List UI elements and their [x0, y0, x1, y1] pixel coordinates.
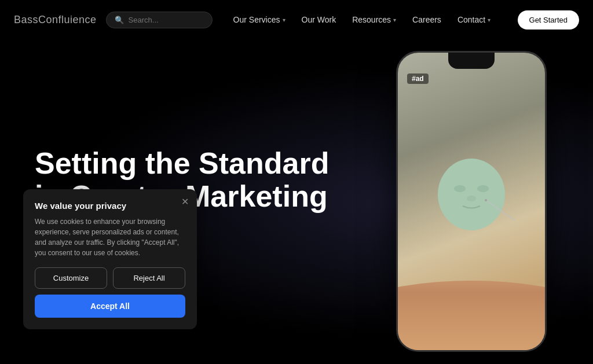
clay-face-image: [425, 157, 518, 238]
phone-mockup: #ad: [396, 51, 547, 352]
hero-section: Setting the Standard in Creator Marketin…: [0, 39, 593, 364]
contact-chevron-icon: ▾: [488, 17, 490, 23]
cookie-body-text: We use cookies to enhance your browsing …: [35, 216, 185, 258]
cookie-consent-modal: ✕ We value your privacy We use cookies t…: [23, 189, 197, 329]
svg-point-5: [485, 199, 487, 201]
nav-item-ourwork[interactable]: Our Work: [295, 10, 343, 29]
cookie-title: We value your privacy: [35, 201, 185, 211]
nav-item-contact[interactable]: Contact ▾: [451, 10, 497, 29]
accept-all-button[interactable]: Accept All: [35, 295, 185, 318]
reject-all-button[interactable]: Reject All: [113, 267, 185, 289]
customize-button[interactable]: Customize: [35, 267, 107, 289]
svg-point-3: [467, 196, 476, 201]
phone-hand: [398, 234, 545, 350]
navbar: BassConfluience 🔍 Our Services ▾ Our Wor…: [0, 0, 593, 39]
services-chevron-icon: ▾: [283, 17, 285, 23]
cookie-close-button[interactable]: ✕: [181, 196, 189, 207]
ad-badge: #ad: [407, 73, 429, 84]
logo-main: Confluience: [38, 14, 97, 25]
nav-item-services[interactable]: Our Services ▾: [226, 10, 292, 29]
site-logo[interactable]: BassConfluience: [14, 14, 97, 26]
cookie-secondary-buttons: Customize Reject All: [35, 267, 185, 289]
logo-prefix: Bass: [14, 14, 38, 25]
nav-item-careers[interactable]: Careers: [405, 10, 448, 29]
search-icon: 🔍: [115, 16, 124, 24]
resources-chevron-icon: ▾: [393, 17, 396, 23]
svg-point-1: [454, 185, 466, 192]
phone-notch: [448, 53, 495, 69]
svg-point-2: [477, 185, 489, 192]
phone-video: #ad: [398, 53, 545, 350]
phone-frame: #ad: [396, 51, 547, 352]
get-started-button[interactable]: Get Started: [518, 10, 579, 30]
nav-links: Our Services ▾ Our Work Resources ▾ Care…: [226, 10, 518, 29]
nav-item-resources[interactable]: Resources ▾: [345, 10, 403, 29]
search-bar[interactable]: 🔍: [106, 12, 213, 28]
search-input[interactable]: [129, 16, 204, 24]
svg-point-0: [438, 159, 505, 230]
